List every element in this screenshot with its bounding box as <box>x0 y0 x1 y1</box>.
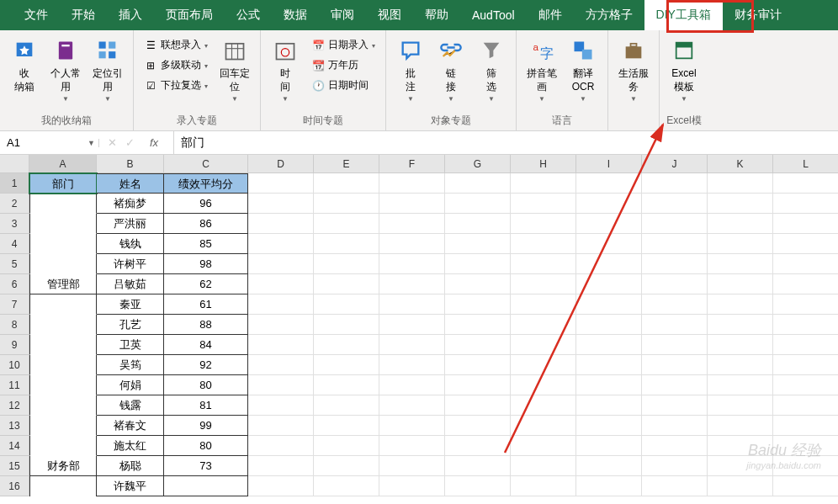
cell[interactable] <box>511 456 576 476</box>
cell[interactable] <box>708 355 773 375</box>
cell[interactable]: 73 <box>164 456 248 476</box>
cell[interactable] <box>248 476 314 496</box>
cell[interactable] <box>164 476 248 496</box>
cell[interactable] <box>248 335 314 355</box>
cell[interactable] <box>642 173 708 194</box>
cell[interactable] <box>576 173 642 194</box>
cell[interactable] <box>379 194 445 214</box>
cell[interactable] <box>642 335 708 355</box>
cell[interactable]: 许魏平 <box>97 476 164 496</box>
cell[interactable] <box>29 355 97 375</box>
cell[interactable] <box>773 234 838 254</box>
collect-box-button[interactable]: 收 纳箱 <box>5 34 44 97</box>
cell[interactable] <box>773 173 838 194</box>
cell[interactable] <box>379 214 445 234</box>
cell[interactable] <box>708 254 773 274</box>
cell[interactable] <box>29 294 97 315</box>
cell[interactable] <box>576 335 642 355</box>
cell[interactable] <box>379 234 445 254</box>
locate-button[interactable]: 定位引 用 ▼ <box>88 34 128 106</box>
cell[interactable] <box>708 274 773 294</box>
cell[interactable] <box>248 194 314 214</box>
cell[interactable] <box>379 355 445 375</box>
cell[interactable] <box>29 395 97 416</box>
cell[interactable] <box>511 436 576 456</box>
cell[interactable] <box>773 375 838 395</box>
cell[interactable] <box>445 173 511 194</box>
cell[interactable]: 施太红 <box>97 436 164 456</box>
cell[interactable]: 61 <box>164 294 248 315</box>
cell[interactable] <box>773 294 838 315</box>
col-header-H[interactable]: H <box>511 155 576 173</box>
cell[interactable] <box>511 173 576 194</box>
cell[interactable] <box>708 416 773 436</box>
cell[interactable] <box>248 355 314 375</box>
tab-data[interactable]: 数据 <box>272 0 319 30</box>
header-cell[interactable]: 绩效平均分 <box>164 173 248 194</box>
cell[interactable] <box>29 416 97 436</box>
cell[interactable] <box>642 315 708 335</box>
cell[interactable] <box>445 456 511 476</box>
cell[interactable] <box>314 234 379 254</box>
cell[interactable] <box>708 214 773 234</box>
cell[interactable] <box>379 456 445 476</box>
cell[interactable] <box>248 274 314 294</box>
cell[interactable] <box>379 476 445 496</box>
cell[interactable] <box>773 254 838 274</box>
cell[interactable] <box>314 436 379 456</box>
select-all-button[interactable] <box>0 155 29 173</box>
cell[interactable] <box>511 395 576 416</box>
cell[interactable] <box>708 294 773 315</box>
cell[interactable] <box>29 315 97 335</box>
cell[interactable] <box>314 315 379 335</box>
dropdown-multi-button[interactable]: ☑下拉复选▾ <box>141 76 211 95</box>
cell[interactable] <box>248 315 314 335</box>
cell[interactable]: 杨聪 <box>97 456 164 476</box>
cell[interactable]: 81 <box>164 395 248 416</box>
cell[interactable]: 99 <box>164 416 248 436</box>
cell[interactable] <box>445 254 511 274</box>
cell[interactable]: 管理部 <box>29 274 97 294</box>
cell[interactable]: 卫英 <box>97 335 164 355</box>
cell[interactable] <box>773 274 838 294</box>
name-box-dropdown[interactable]: ▼ <box>84 139 99 147</box>
formula-input[interactable] <box>174 131 838 154</box>
row-header-8[interactable]: 8 <box>0 315 29 335</box>
cell[interactable]: 许树平 <box>97 254 164 274</box>
cell[interactable] <box>708 173 773 194</box>
cell[interactable] <box>29 476 97 496</box>
cell[interactable] <box>576 416 642 436</box>
cell[interactable] <box>708 194 773 214</box>
cell[interactable] <box>248 234 314 254</box>
cell[interactable]: 褚春文 <box>97 416 164 436</box>
cell[interactable] <box>248 395 314 416</box>
cell[interactable] <box>642 234 708 254</box>
cell[interactable]: 98 <box>164 254 248 274</box>
cell[interactable]: 钱露 <box>97 395 164 416</box>
multi-link-button[interactable]: ⊞多级联动▾ <box>141 56 211 75</box>
cell[interactable] <box>576 476 642 496</box>
cell[interactable] <box>379 315 445 335</box>
row-header-4[interactable]: 4 <box>0 234 29 254</box>
cell[interactable] <box>642 416 708 436</box>
tab-insert[interactable]: 插入 <box>107 0 154 30</box>
cell[interactable] <box>445 214 511 234</box>
cell[interactable] <box>773 355 838 375</box>
tab-view[interactable]: 视图 <box>366 0 413 30</box>
cell[interactable]: 80 <box>164 375 248 395</box>
col-header-K[interactable]: K <box>708 155 773 173</box>
cell[interactable] <box>248 436 314 456</box>
life-service-button[interactable]: 生活服 务 ▼ <box>613 34 654 106</box>
cell[interactable] <box>445 416 511 436</box>
cell[interactable] <box>642 375 708 395</box>
name-box[interactable] <box>0 131 84 154</box>
cell[interactable] <box>511 274 576 294</box>
cell[interactable]: 褚痴梦 <box>97 194 164 214</box>
cell[interactable] <box>576 274 642 294</box>
cell[interactable] <box>642 294 708 315</box>
col-header-F[interactable]: F <box>379 155 445 173</box>
cell[interactable] <box>445 375 511 395</box>
cell[interactable] <box>576 395 642 416</box>
cell[interactable] <box>314 173 379 194</box>
cell[interactable] <box>29 254 97 274</box>
